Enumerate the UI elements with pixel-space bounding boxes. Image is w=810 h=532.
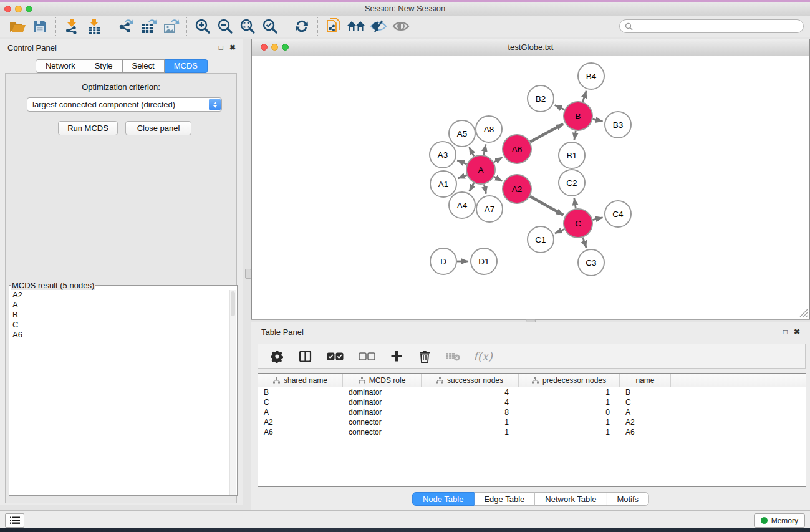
import-network-icon[interactable]	[60, 16, 83, 36]
graph-edge-C-C3[interactable]	[583, 238, 587, 248]
close-panel-button[interactable]: Close panel	[125, 121, 191, 135]
result-scrollbar[interactable]	[229, 290, 236, 495]
graph-node-B2[interactable]: B2	[528, 85, 554, 112]
float-table-panel-icon[interactable]: □	[783, 328, 788, 336]
float-panel-icon[interactable]: □	[219, 44, 223, 51]
graph-edge-A-A1[interactable]	[458, 175, 466, 178]
table-settings-gear-icon[interactable]	[269, 349, 284, 364]
graph-node-B[interactable]: B	[564, 102, 592, 130]
show-columns-icon[interactable]	[297, 349, 312, 364]
network-canvas[interactable]: AA1A2A3A4A5A6A7A8BB1B2B3B4CC1C2C3C4DD1	[252, 56, 809, 319]
graph-node-A[interactable]: A	[466, 155, 495, 184]
vertical-splitter-handle[interactable]	[245, 269, 251, 279]
graph-node-C3[interactable]: C3	[578, 249, 604, 276]
graph-edge-A-A7[interactable]	[484, 184, 486, 193]
graph-edge-A-A4[interactable]	[470, 183, 474, 191]
show-graphics-details-icon[interactable]	[390, 16, 412, 36]
graph-node-A2[interactable]: A2	[503, 175, 531, 203]
network-graph[interactable]: AA1A2A3A4A5A6A7A8BB1B2B3B4CC1C2C3C4DD1	[252, 56, 809, 319]
graph-edge-A-A3[interactable]	[457, 160, 466, 164]
graph-node-B4[interactable]: B4	[578, 63, 604, 89]
table-row[interactable]: A2connector11A2	[258, 417, 806, 427]
network-window-titlebar[interactable]: testGlobe.txt	[252, 39, 809, 56]
export-network-icon[interactable]	[115, 16, 137, 36]
zoom-out-icon[interactable]	[214, 16, 236, 36]
graph-node-A5[interactable]: A5	[449, 120, 475, 147]
delete-columns-icon[interactable]	[417, 349, 432, 364]
mcds-result-item[interactable]: C	[10, 320, 229, 330]
table-row[interactable]: Adominator80A	[258, 407, 806, 417]
tab-edge-table[interactable]: Edge Table	[474, 492, 535, 506]
table-row[interactable]: Bdominator41B	[258, 387, 806, 397]
graph-node-A1[interactable]: A1	[430, 171, 456, 197]
table-row[interactable]: A6connector11A6	[258, 427, 806, 437]
graph-node-A4[interactable]: A4	[449, 192, 475, 218]
graph-edge-C-C2[interactable]	[574, 198, 576, 209]
resize-grip-icon[interactable]	[799, 309, 808, 317]
zoom-selected-icon[interactable]	[259, 16, 281, 36]
graph-edge-B-B1[interactable]	[574, 131, 576, 140]
memory-button[interactable]: Memory	[754, 513, 805, 528]
tab-mcds[interactable]: MCDS	[165, 59, 208, 73]
column-header-name[interactable]: name	[620, 374, 671, 387]
graph-node-C2[interactable]: C2	[559, 170, 585, 196]
graph-edge-A2-C[interactable]	[530, 196, 564, 215]
graph-edge-B-B2[interactable]	[555, 105, 565, 110]
graph-node-C4[interactable]: C4	[605, 201, 631, 227]
import-table-icon[interactable]	[83, 16, 105, 36]
export-table-icon[interactable]	[137, 16, 160, 36]
tab-style[interactable]: Style	[85, 59, 123, 73]
cybrowser-home-icon[interactable]	[345, 16, 367, 36]
save-session-icon[interactable]	[29, 16, 51, 36]
close-table-panel-icon[interactable]: ✖	[794, 328, 800, 336]
column-header-successor-nodes[interactable]: successor nodes	[422, 374, 519, 387]
zoom-in-icon[interactable]	[191, 16, 214, 36]
graph-edge-A-A8[interactable]	[484, 145, 486, 155]
graph-node-D1[interactable]: D1	[471, 248, 497, 274]
tab-motifs[interactable]: Motifs	[607, 492, 649, 506]
tab-network[interactable]: Network	[36, 59, 85, 73]
run-mcds-button[interactable]: Run MCDS	[58, 121, 118, 135]
tab-select[interactable]: Select	[123, 59, 165, 73]
column-header-predecessor-nodes[interactable]: predecessor nodes	[519, 374, 620, 387]
table-row[interactable]: Cdominator41C	[258, 397, 806, 407]
duplicate-network-icon[interactable]	[322, 16, 345, 36]
graph-edge-A6-B[interactable]	[530, 124, 563, 142]
zoom-fit-icon[interactable]	[236, 16, 259, 36]
search-field[interactable]	[619, 19, 804, 33]
mcds-result-item[interactable]: B	[10, 310, 229, 320]
tab-node-table[interactable]: Node Table	[412, 492, 475, 506]
graph-edge-B-B4[interactable]	[582, 91, 586, 102]
graph-node-A7[interactable]: A7	[476, 196, 503, 222]
select-all-rows-icon[interactable]	[325, 349, 344, 364]
mcds-result-item[interactable]: A6	[10, 330, 229, 340]
graph-edge-A-A2[interactable]	[494, 177, 502, 181]
graph-node-C[interactable]: C	[564, 209, 592, 238]
task-history-button[interactable]	[5, 513, 24, 528]
hide-graphics-details-icon[interactable]	[367, 16, 390, 36]
graph-node-D[interactable]: D	[430, 248, 456, 274]
graph-node-B3[interactable]: B3	[605, 112, 631, 138]
column-header-shared-name[interactable]: shared name	[258, 374, 343, 387]
graph-edge-B-B3[interactable]	[592, 119, 602, 122]
graph-edge-C-C4[interactable]	[592, 218, 602, 220]
column-header-mcds-role[interactable]: MCDS role	[343, 374, 422, 387]
graph-node-B1[interactable]: B1	[559, 142, 585, 168]
optimization-criterion-select[interactable]: largest connected component (directed)	[27, 97, 222, 112]
add-column-icon[interactable]	[389, 349, 404, 364]
open-file-icon[interactable]	[6, 16, 29, 36]
search-input[interactable]	[636, 21, 798, 31]
graph-node-A8[interactable]: A8	[476, 116, 502, 142]
refresh-layout-icon[interactable]	[291, 16, 313, 36]
export-image-icon[interactable]	[160, 16, 182, 36]
mcds-result-item[interactable]: A	[10, 300, 229, 310]
mcds-result-list[interactable]: A2ABCA6	[10, 290, 229, 495]
graph-edge-A-A5[interactable]	[469, 147, 473, 156]
close-panel-icon[interactable]: ✖	[229, 44, 236, 51]
graph-edge-C-C1[interactable]	[555, 230, 564, 234]
graph-node-A3[interactable]: A3	[430, 142, 456, 168]
graph-edge-A-A6[interactable]	[494, 157, 503, 162]
graph-node-C1[interactable]: C1	[528, 226, 554, 253]
deselect-all-rows-icon[interactable]	[357, 349, 376, 364]
mcds-result-item[interactable]: A2	[10, 290, 229, 300]
